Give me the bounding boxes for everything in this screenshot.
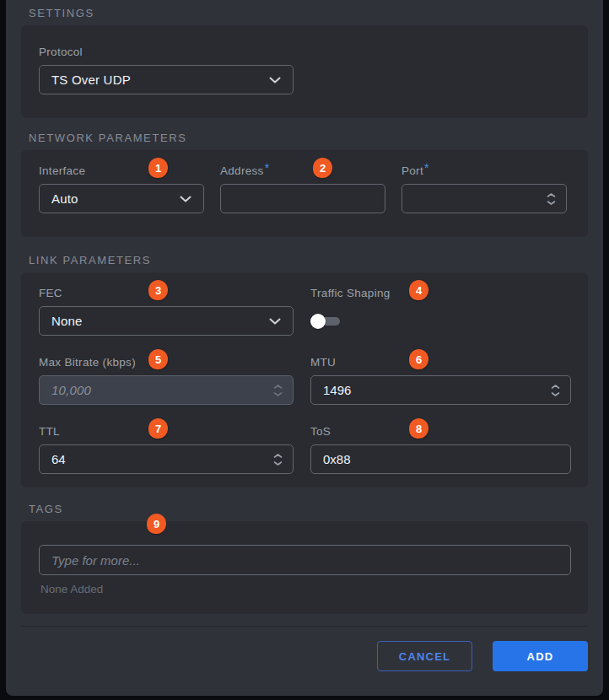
fec-field: FEC 3 None	[39, 286, 294, 336]
tags-input[interactable]	[40, 546, 570, 574]
network-panel: Interface 1 Auto Address * 2	[21, 150, 588, 237]
protocol-label: Protocol	[39, 46, 83, 58]
settings-panel: Protocol TS Over UDP	[21, 25, 588, 118]
port-label: Port	[402, 164, 423, 177]
max-bitrate-field: Max Bitrate (kbps) 5 10,000	[39, 355, 294, 405]
tos-input-wrap	[310, 444, 571, 474]
traffic-shaping-toggle[interactable]	[310, 314, 341, 329]
settings-section-header: SETTINGS	[29, 7, 588, 20]
number-stepper-icon[interactable]	[273, 453, 283, 466]
max-bitrate-input-wrap: 10,000	[39, 375, 294, 405]
address-input[interactable]	[221, 185, 385, 213]
tags-empty-text: None Added	[40, 583, 571, 595]
add-output-dialog: SETTINGS Protocol TS Over UDP NETWORK PA…	[6, 0, 603, 696]
step-badge-2: 2	[313, 158, 332, 178]
step-badge-6: 6	[409, 349, 428, 369]
interface-select[interactable]: Auto	[39, 184, 204, 213]
mtu-label: MTU	[310, 356, 336, 369]
toggle-knob	[310, 314, 326, 329]
step-badge-5: 5	[148, 349, 168, 369]
interface-value: Auto	[51, 191, 78, 206]
traffic-shaping-field: Traffic Shaping 4	[310, 286, 571, 336]
fec-label: FEC	[39, 287, 62, 299]
ttl-input-wrap	[39, 444, 294, 474]
mtu-input-wrap	[310, 375, 571, 405]
max-bitrate-value: 10,000	[51, 383, 91, 397]
fec-select[interactable]: None	[39, 306, 294, 336]
tos-field: ToS 8	[310, 424, 571, 474]
step-badge-3: 3	[148, 280, 168, 300]
step-badge-9: 9	[147, 514, 166, 534]
address-input-wrap	[220, 184, 385, 213]
protocol-field: Protocol TS Over UDP	[39, 45, 294, 94]
fec-value: None	[51, 314, 83, 328]
link-panel: FEC 3 None Traffic Shaping 4	[21, 272, 588, 487]
tags-input-wrap	[39, 545, 571, 575]
max-bitrate-label: Max Bitrate (kbps)	[39, 356, 136, 369]
interface-label: Interface	[39, 164, 85, 177]
network-section-header: NETWORK PARAMETERS	[29, 132, 588, 145]
chevron-down-icon	[269, 318, 281, 325]
dialog-footer: CANCEL ADD	[21, 626, 588, 671]
tags-panel: None Added	[21, 521, 588, 614]
link-section-header: LINK PARAMETERS	[29, 254, 588, 267]
port-field: Port *	[402, 164, 567, 213]
number-stepper-icon[interactable]	[551, 384, 560, 396]
number-stepper-icon[interactable]	[547, 192, 556, 205]
traffic-shaping-label: Traffic Shaping	[310, 287, 391, 299]
required-asterisk: *	[424, 164, 428, 172]
step-badge-8: 8	[409, 418, 428, 439]
number-stepper-icon	[273, 384, 283, 396]
step-badge-4: 4	[409, 280, 428, 300]
add-button[interactable]: ADD	[493, 641, 588, 671]
tags-section-header: TAGS	[29, 503, 588, 516]
ttl-label: TTL	[39, 425, 60, 438]
port-input[interactable]	[402, 185, 566, 213]
tos-label: ToS	[310, 425, 331, 438]
mtu-field: MTU 6	[310, 355, 571, 405]
mtu-input[interactable]	[311, 376, 570, 404]
protocol-value: TS Over UDP	[51, 73, 131, 87]
tags-section: TAGS 9 None Added	[21, 503, 588, 614]
port-input-wrap	[402, 184, 567, 213]
tos-input[interactable]	[311, 445, 570, 473]
ttl-input[interactable]	[40, 445, 293, 473]
cancel-button[interactable]: CANCEL	[377, 641, 472, 671]
protocol-select[interactable]: TS Over UDP	[39, 65, 294, 94]
address-label: Address	[220, 164, 264, 177]
interface-field: Interface 1 Auto	[39, 164, 204, 213]
ttl-field: TTL 7	[39, 424, 294, 474]
chevron-down-icon	[180, 196, 191, 202]
step-badge-7: 7	[148, 418, 168, 439]
chevron-down-icon	[269, 77, 281, 83]
required-asterisk: *	[265, 164, 269, 172]
address-field: Address * 2	[220, 164, 385, 213]
step-badge-1: 1	[148, 158, 168, 178]
